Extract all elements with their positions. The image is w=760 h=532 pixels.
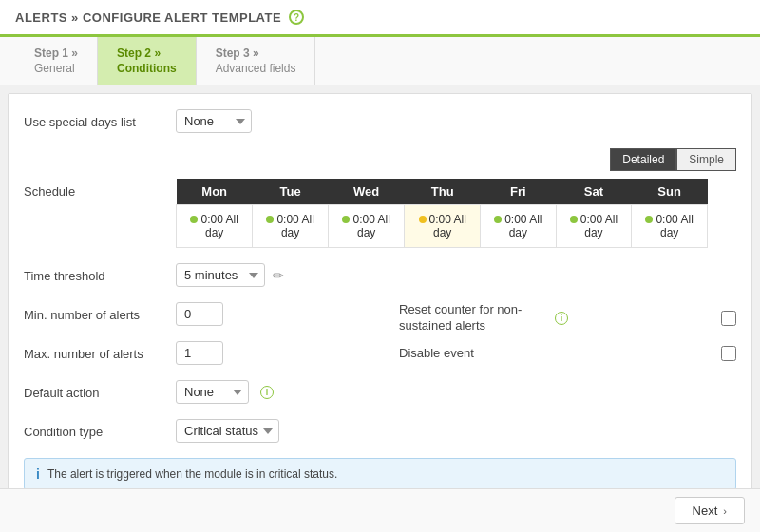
schedule-header-thu: Thu	[405, 179, 481, 205]
schedule-cell-mon[interactable]: 0:00 All day	[177, 205, 253, 248]
simple-button[interactable]: Simple	[676, 148, 736, 171]
schedule-dot-wed	[342, 216, 350, 223]
next-chevron-icon: ›	[723, 505, 727, 517]
step1-tab[interactable]: Step 1 » General	[15, 37, 98, 85]
default-action-control: None Action 1 Action 2 i	[176, 380, 736, 404]
condition-type-row: Condition type Critical status Warning U…	[24, 419, 736, 443]
reset-counter-checkbox[interactable]	[721, 311, 736, 326]
schedule-header-mon: Mon	[177, 179, 253, 205]
time-threshold-row: Time threshold 1 minute 5 minutes 10 min…	[24, 263, 736, 287]
reset-counter-row: Reset counter for non-sustained alerts i	[399, 302, 736, 334]
default-action-select[interactable]: None Action 1 Action 2	[176, 380, 249, 404]
schedule-header-sat: Sat	[556, 179, 632, 205]
next-label: Next	[693, 504, 718, 518]
next-button[interactable]: Next ›	[674, 497, 745, 524]
detailed-button[interactable]: Detailed	[610, 148, 676, 171]
minmax-section: Min. number of alerts Max. number of ale…	[24, 302, 736, 380]
special-days-control: None Option 1 Option 2	[176, 109, 736, 133]
schedule-header-fri: Fri	[481, 179, 557, 205]
step2-num: Step 2 »	[117, 47, 177, 60]
schedule-row: Schedule MonTueWedThuFriSatSun 0:00 All …	[24, 179, 736, 248]
pencil-icon[interactable]: ✏	[273, 268, 284, 283]
step2-name: Conditions	[117, 62, 177, 75]
schedule-dot-thu	[419, 216, 427, 223]
schedule-control: MonTueWedThuFriSatSun 0:00 All day0:00 A…	[176, 179, 736, 248]
schedule-cell-thu[interactable]: 0:00 All day	[405, 205, 481, 248]
left-col: Min. number of alerts Max. number of ale…	[24, 302, 361, 380]
info-bar-message: The alert is triggered when the module i…	[48, 467, 337, 481]
schedule-cell-sun[interactable]: 0:00 All day	[632, 205, 708, 248]
reset-counter-label: Reset counter for non-sustained alerts	[399, 302, 551, 334]
step3-tab[interactable]: Step 3 » Advanced fields	[197, 37, 316, 85]
schedule-label: Schedule	[24, 179, 176, 199]
schedule-header-sun: Sun	[632, 179, 708, 205]
step1-name: General	[34, 62, 78, 75]
schedule-dot-sat	[570, 216, 578, 223]
steps-bar: Step 1 » General Step 2 » Conditions Ste…	[0, 37, 760, 86]
condition-type-label: Condition type	[24, 419, 176, 439]
step3-name: Advanced fields	[216, 62, 296, 75]
time-threshold-select[interactable]: 1 minute 5 minutes 10 minutes 30 minutes	[176, 263, 265, 287]
page-header: ALERTS » CONFIGURE ALERT TEMPLATE ?	[0, 0, 760, 37]
disable-event-label: Disable event	[399, 346, 474, 362]
schedule-cell-wed[interactable]: 0:00 All day	[328, 205, 404, 248]
time-threshold-label: Time threshold	[24, 263, 176, 283]
schedule-dot-tue	[266, 216, 274, 223]
schedule-header-wed: Wed	[328, 179, 404, 205]
disable-event-checkbox[interactable]	[721, 346, 736, 361]
min-alerts-row: Min. number of alerts	[24, 302, 361, 326]
schedule-cell-fri[interactable]: 0:00 All day	[481, 205, 557, 248]
schedule-dot-mon	[190, 216, 198, 223]
disable-event-row: Disable event	[399, 346, 736, 362]
help-icon[interactable]: ?	[289, 10, 304, 25]
step2-tab[interactable]: Step 2 » Conditions	[98, 37, 197, 85]
step3-num: Step 3 »	[216, 47, 296, 60]
max-alerts-label: Max. number of alerts	[24, 341, 176, 361]
footer: Next ›	[0, 488, 760, 532]
min-alerts-label: Min. number of alerts	[24, 302, 176, 322]
main-content: Use special days list None Option 1 Opti…	[8, 93, 752, 532]
schedule-header-tue: Tue	[253, 179, 329, 205]
toggle-row: Detailed Simple	[24, 148, 736, 171]
schedule-cell-sat[interactable]: 0:00 All day	[556, 205, 632, 248]
special-days-label: Use special days list	[24, 109, 176, 129]
min-alerts-control	[176, 302, 361, 326]
schedule-dot-fri	[494, 216, 502, 223]
max-alerts-control	[176, 341, 361, 365]
special-days-row: Use special days list None Option 1 Opti…	[24, 109, 736, 133]
condition-type-control: Critical status Warning Unknown	[176, 419, 736, 443]
default-action-row: Default action None Action 1 Action 2 i	[24, 380, 736, 404]
special-days-select[interactable]: None Option 1 Option 2	[176, 109, 252, 133]
default-action-label: Default action	[24, 380, 176, 400]
reset-counter-label-wrap: Reset counter for non-sustained alerts i	[399, 302, 568, 334]
schedule-cell-tue[interactable]: 0:00 All day	[253, 205, 329, 248]
time-threshold-control: 1 minute 5 minutes 10 minutes 30 minutes…	[176, 263, 736, 287]
reset-counter-info-icon[interactable]: i	[555, 312, 568, 325]
schedule-dot-sun	[645, 216, 653, 223]
breadcrumb: ALERTS » CONFIGURE ALERT TEMPLATE	[15, 10, 281, 25]
info-bar: i The alert is triggered when the module…	[24, 458, 736, 490]
max-alerts-row: Max. number of alerts	[24, 341, 361, 365]
condition-type-select[interactable]: Critical status Warning Unknown	[176, 419, 279, 443]
max-alerts-input[interactable]	[176, 341, 223, 365]
step1-num: Step 1 »	[34, 47, 78, 60]
info-bar-icon: i	[36, 466, 40, 482]
schedule-table: MonTueWedThuFriSatSun 0:00 All day0:00 A…	[176, 179, 708, 248]
min-alerts-input[interactable]	[176, 302, 223, 326]
right-col: Reset counter for non-sustained alerts i…	[399, 302, 736, 380]
default-action-info-icon[interactable]: i	[260, 386, 274, 399]
